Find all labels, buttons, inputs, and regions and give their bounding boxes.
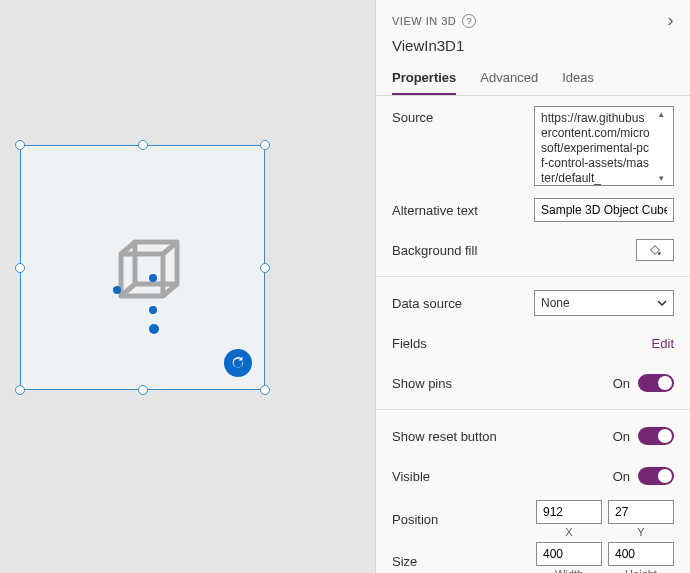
source-label: Source (392, 106, 534, 125)
alt-text-label: Alternative text (392, 203, 534, 218)
resize-handle[interactable] (138, 140, 148, 150)
chevron-down-icon (657, 298, 667, 308)
pin-icon (149, 306, 157, 314)
size-label: Size (392, 554, 536, 569)
resize-handle[interactable] (260, 385, 270, 395)
tab-advanced[interactable]: Advanced (480, 64, 538, 95)
pin-icon (149, 274, 157, 282)
position-x-input[interactable] (536, 500, 602, 524)
scrollbar[interactable]: ▴▾ (655, 109, 667, 183)
help-icon[interactable]: ? (462, 14, 476, 28)
control-name: ViewIn3D1 (392, 37, 674, 54)
size-width-input[interactable] (536, 542, 602, 566)
alt-text-input[interactable] (534, 198, 674, 222)
cube-3d-object[interactable] (113, 236, 183, 316)
resize-handle[interactable] (15, 385, 25, 395)
canvas-area[interactable] (0, 0, 375, 573)
edit-fields-link[interactable]: Edit (652, 336, 674, 351)
resize-handle[interactable] (15, 263, 25, 273)
svg-point-6 (658, 252, 661, 255)
tab-ideas[interactable]: Ideas (562, 64, 594, 95)
size-height-input[interactable] (608, 542, 674, 566)
selected-control-viewin3d[interactable] (20, 145, 265, 390)
show-pins-toggle[interactable] (638, 374, 674, 392)
resize-handle[interactable] (260, 263, 270, 273)
show-pins-state: On (613, 376, 630, 391)
reset-icon (231, 356, 245, 370)
resize-handle[interactable] (15, 140, 25, 150)
visible-toggle[interactable] (638, 467, 674, 485)
pin-icon (149, 324, 159, 334)
data-source-label: Data source (392, 296, 534, 311)
tab-properties[interactable]: Properties (392, 64, 456, 95)
reset-view-button[interactable] (224, 349, 252, 377)
resize-handle[interactable] (260, 140, 270, 150)
bg-fill-label: Background fill (392, 243, 636, 258)
properties-panel: VIEW IN 3D ? › ViewIn3D1 Properties Adva… (375, 0, 690, 573)
position-y-input[interactable] (608, 500, 674, 524)
pin-icon (113, 286, 121, 294)
visible-label: Visible (392, 469, 613, 484)
control-type-label: VIEW IN 3D (392, 15, 456, 27)
data-source-dropdown[interactable]: None (534, 290, 674, 316)
panel-tabs: Properties Advanced Ideas (376, 64, 690, 96)
show-pins-label: Show pins (392, 376, 613, 391)
show-reset-state: On (613, 429, 630, 444)
source-input[interactable]: https://raw.githubusercontent.com/micros… (534, 106, 674, 186)
paint-bucket-icon (648, 243, 662, 257)
bg-fill-picker[interactable] (636, 239, 674, 261)
fields-label: Fields (392, 336, 652, 351)
collapse-panel-chevron[interactable]: › (668, 10, 675, 31)
position-label: Position (392, 512, 536, 527)
show-reset-label: Show reset button (392, 429, 613, 444)
resize-handle[interactable] (138, 385, 148, 395)
show-reset-toggle[interactable] (638, 427, 674, 445)
visible-state: On (613, 469, 630, 484)
